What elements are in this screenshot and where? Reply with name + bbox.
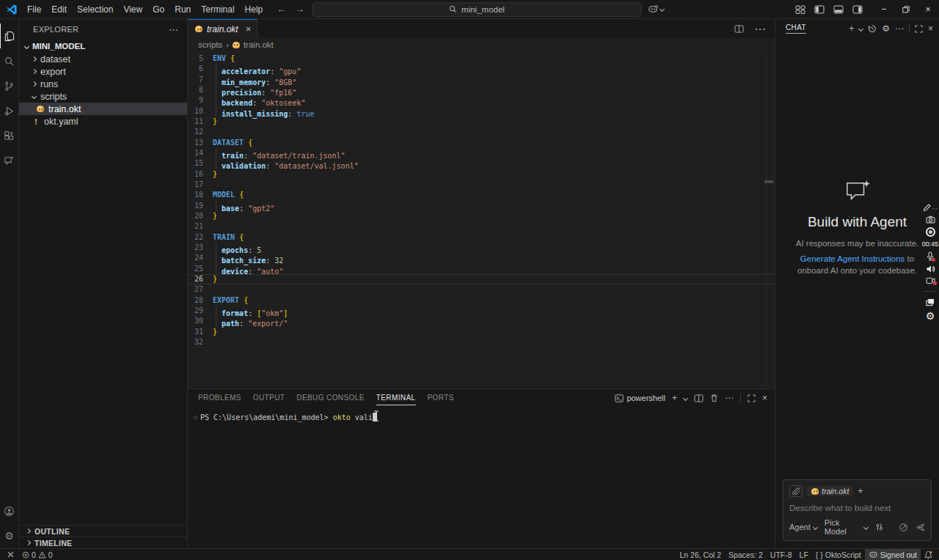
code-line-20[interactable]: 20} [188,211,775,221]
split-editor-icon[interactable] [734,25,744,33]
agent-mode-select[interactable]: Agent [789,523,817,531]
run-debug-activity-icon[interactable] [0,98,19,123]
code-line-10[interactable]: 10install_missing: true [188,106,775,117]
code-line-5[interactable]: 5ENV { [188,54,775,64]
kill-terminal-icon[interactable] [710,394,718,402]
cursor-position[interactable]: Ln 26, Col 2 [676,549,725,560]
code-line-19[interactable]: 19base: "gpt2" [188,201,775,211]
code-line-12[interactable]: 12 [188,127,775,137]
code-line-25[interactable]: 25device: "auto" [188,264,775,274]
new-terminal-icon[interactable]: + [672,393,677,403]
panel-tab-output[interactable]: OUTPUT [253,391,285,405]
editor-more-icon[interactable]: ⋯ [754,22,766,36]
notifications-bell[interactable] [921,549,936,560]
explorer-item-runs[interactable]: runs [19,78,187,90]
menu-go[interactable]: Go [147,4,169,15]
explorer-item-okt-yaml[interactable]: !okt.yaml [19,115,187,128]
code-line-8[interactable]: 8precision: "fp16" [188,85,775,95]
add-attachment-icon[interactable]: + [858,486,863,496]
record-button[interactable] [926,227,935,237]
code-line-27[interactable]: 27 [188,284,775,295]
chat-prompt-input[interactable] [789,504,925,512]
search-activity-icon[interactable] [0,48,19,73]
outline-section[interactable]: OUTLINE [19,525,187,537]
menu-edit[interactable]: Edit [46,4,72,15]
code-line-26[interactable]: 26} [188,274,775,284]
code-line-18[interactable]: 18MODEL { [188,190,775,200]
terminal-shell-item[interactable]: powershell [615,394,665,402]
code-line-7[interactable]: 7min_memory: "8GB" [188,75,775,85]
explorer-more-icon[interactable]: ⋯ [169,24,178,35]
scrollbar-track[interactable] [766,51,767,388]
breadcrumb[interactable]: scripts › train.okt [188,38,775,51]
language-mode[interactable]: { } OktoScript [812,549,865,560]
panel-more-icon[interactable]: ⋯ [725,393,734,403]
explorer-item-scripts[interactable]: scripts [19,90,187,103]
terminal-dropdown-icon[interactable] [683,395,688,400]
code-line-21[interactable]: 21 [188,221,775,232]
source-control-activity-icon[interactable] [0,73,19,98]
code-line-30[interactable]: 30path: "export/" [188,316,775,326]
indentation-setting[interactable]: Spaces: 2 [725,549,767,560]
code-line-28[interactable]: 28EXPORT { [188,295,775,306]
annotate-tool[interactable]: ·· [923,204,938,212]
code-line-22[interactable]: 22TRAIN { [188,232,775,243]
code-line-23[interactable]: 23epochs: 5 [188,243,775,253]
explorer-item-dataset[interactable]: dataset [19,53,187,65]
close-panel-icon[interactable]: × [762,393,767,403]
speaker-button[interactable] [926,265,935,273]
explorer-activity-icon[interactable] [0,23,19,48]
panel-tab-debug-console[interactable]: DEBUG CONSOLE [296,391,364,405]
panel-tab-terminal[interactable]: TERMINAL [376,391,416,405]
overlay-settings-gear-icon[interactable]: ⚙ [926,310,935,322]
split-terminal-icon[interactable] [694,394,704,402]
explorer-root-folder[interactable]: MINI_MODEL [19,40,187,53]
code-line-29[interactable]: 29format: ["okm"] [188,306,775,316]
close-tab-icon[interactable]: × [246,23,252,34]
code-line-11[interactable]: 11} [188,117,775,127]
menu-run[interactable]: Run [169,4,196,15]
settings-gear-icon[interactable]: ⚙ [0,523,19,548]
terminal-output[interactable]: PS C:\Users\ademi\mini_model> okto vali [188,407,775,421]
code-line-13[interactable]: 13DATASET { [188,138,775,148]
code-line-17[interactable]: 17 [188,180,775,190]
forward-icon[interactable]: → [293,4,306,15]
menu-view[interactable]: View [118,4,147,15]
explorer-item-export[interactable]: export [19,65,187,78]
webcam-muted-button[interactable] [926,277,935,284]
code-editor[interactable]: 5ENV {6accelerator: "gpu"7min_memory: "8… [188,51,775,388]
code-line-15[interactable]: 15validation: "dataset/val.jsonl" [188,158,775,169]
windows-button[interactable] [926,298,935,306]
screenshot-button[interactable] [926,215,935,224]
attach-context-button[interactable] [789,485,803,497]
problems-indicator[interactable]: 0 0 [18,549,56,560]
code-line-6[interactable]: 6accelerator: "gpu" [188,64,775,74]
explorer-item-train-okt[interactable]: train.okt [19,103,187,115]
panel-tab-problems[interactable]: PROBLEMS [198,391,241,405]
breadcrumb-folder[interactable]: scripts [198,40,222,49]
generate-instructions-link[interactable]: Generate Agent Instructions [800,254,905,263]
encoding-setting[interactable]: UTF-8 [767,549,796,560]
code-line-9[interactable]: 9backend: "oktoseek" [188,95,775,106]
menu-selection[interactable]: Selection [72,4,118,15]
microphone-muted-button[interactable] [927,251,934,261]
menu-help[interactable]: Help [240,4,268,15]
tools-icon[interactable] [875,523,883,531]
chat-input-box[interactable]: train.okt + Agent Pick Model [783,479,932,541]
chat-activity-icon[interactable] [0,148,19,173]
panel-tab-ports[interactable]: PORTS [428,391,454,405]
breadcrumb-file[interactable]: train.okt [244,40,274,49]
tab-train-okt[interactable]: train.okt × [188,19,257,38]
code-line-32[interactable]: 32 [188,337,775,347]
attachment-chip[interactable]: train.okt [807,486,853,496]
send-icon[interactable] [916,523,925,532]
copilot-titlebar-button[interactable] [648,4,664,14]
copilot-status[interactable]: Signed out [865,549,921,560]
code-line-14[interactable]: 14train: "dataset/train.jsonl" [188,148,775,158]
eol-setting[interactable]: LF [796,549,812,560]
extensions-activity-icon[interactable] [0,123,19,148]
voice-chat-icon[interactable] [899,523,908,532]
command-center-search[interactable]: mini_model [312,2,642,17]
maximize-panel-icon[interactable] [748,394,756,402]
remote-indicator[interactable] [3,549,18,560]
